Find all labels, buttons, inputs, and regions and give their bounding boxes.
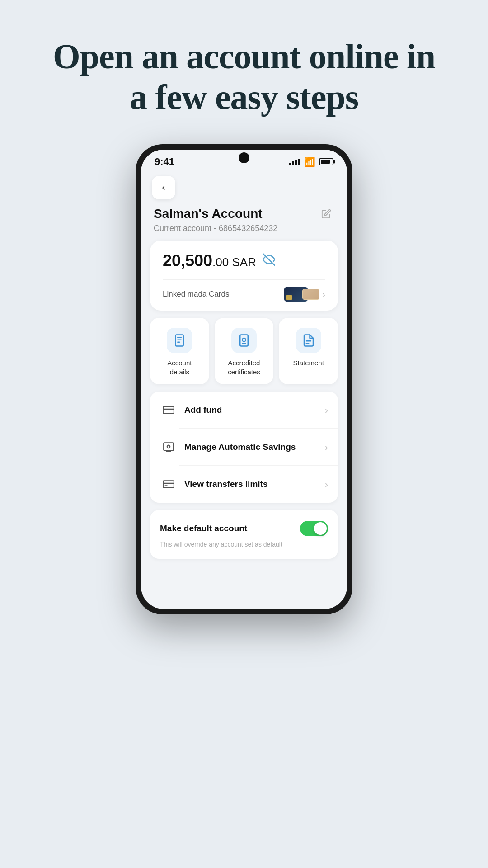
statement-icon-bg xyxy=(296,328,321,353)
phone-screen: 9:41 📶 ‹ xyxy=(141,150,347,609)
manage-savings-icon xyxy=(160,439,177,456)
view-limits-icon xyxy=(160,476,177,493)
manage-savings-chevron-icon: › xyxy=(325,442,328,453)
quick-actions: Account details Accredited certificates xyxy=(150,318,338,384)
default-account-toggle[interactable] xyxy=(300,521,328,536)
statement-icon xyxy=(302,334,315,347)
account-subtitle: Current account - 6865432654232 xyxy=(154,224,334,233)
hide-balance-button[interactable] xyxy=(263,253,275,269)
camera-notch xyxy=(239,152,249,163)
menu-item-view-limits-label: View transfers limits xyxy=(184,479,325,489)
svg-point-6 xyxy=(242,338,246,342)
svg-rect-16 xyxy=(163,481,174,488)
action-account-details[interactable]: Account details xyxy=(150,318,209,384)
edit-icon xyxy=(321,209,331,219)
linked-cards-chevron-icon: › xyxy=(322,289,325,300)
default-account-card: Make default account This will override … xyxy=(150,510,338,559)
wifi-icon: 📶 xyxy=(304,156,315,167)
accredited-certs-icon xyxy=(237,334,251,347)
phone-shell: 9:41 📶 ‹ xyxy=(136,144,352,614)
svg-point-15 xyxy=(167,445,170,448)
back-button[interactable]: ‹ xyxy=(152,176,175,199)
account-title-row: Salman's Account xyxy=(154,206,334,222)
card-thumbnails: › xyxy=(284,287,325,302)
account-details-icon-bg xyxy=(167,328,192,353)
menu-list: Add fund › Manage Automatic Savings › xyxy=(150,392,338,503)
accredited-certs-icon-bg xyxy=(231,328,257,353)
default-account-label: Make default account xyxy=(160,524,247,533)
account-name: Salman's Account xyxy=(154,207,263,221)
menu-item-add-fund[interactable]: Add fund › xyxy=(150,392,338,429)
menu-item-manage-savings-label: Manage Automatic Savings xyxy=(184,442,325,452)
menu-item-add-fund-label: Add fund xyxy=(184,405,325,415)
default-account-hint: This will override any account set as de… xyxy=(160,541,328,548)
signal-icon xyxy=(289,159,300,165)
view-limits-chevron-icon: › xyxy=(325,479,328,490)
action-account-details-label: Account details xyxy=(157,359,202,376)
menu-item-manage-savings[interactable]: Manage Automatic Savings › xyxy=(150,429,338,466)
svg-rect-5 xyxy=(240,335,248,346)
back-chevron-icon: ‹ xyxy=(162,183,165,193)
svg-rect-10 xyxy=(163,407,174,414)
linked-cards-label: Linked mada Cards xyxy=(163,290,229,299)
action-accredited-certificates[interactable]: Accredited certificates xyxy=(215,318,274,384)
battery-icon xyxy=(319,158,333,165)
action-accredited-certs-label: Accredited certificates xyxy=(222,359,267,376)
add-fund-chevron-icon: › xyxy=(325,405,328,415)
linked-cards-row[interactable]: Linked mada Cards › xyxy=(163,287,325,302)
balance-amount: 20,500.00 SAR xyxy=(163,251,256,270)
menu-item-view-limits[interactable]: View transfers limits › xyxy=(150,466,338,503)
edit-account-button[interactable] xyxy=(318,206,334,222)
action-statement-label: Statement xyxy=(293,359,324,368)
toggle-thumb xyxy=(314,522,327,535)
action-statement[interactable]: Statement xyxy=(279,318,338,384)
account-details-icon xyxy=(173,334,186,347)
balance-card: 20,500.00 SAR Linked mada Cards xyxy=(150,241,338,311)
status-time: 9:41 xyxy=(155,156,174,168)
page-headline: Open an account online in a few easy ste… xyxy=(0,0,488,144)
default-account-row: Make default account xyxy=(160,521,328,536)
account-header: Salman's Account Current account - 68654… xyxy=(141,203,347,241)
top-bar: ‹ xyxy=(141,171,347,203)
balance-row: 20,500.00 SAR xyxy=(163,251,325,270)
status-icons: 📶 xyxy=(289,156,333,167)
scroll-content: ‹ Salman's Account Current account xyxy=(141,171,347,609)
svg-rect-12 xyxy=(164,443,174,451)
mada-card-secondary xyxy=(302,289,319,300)
add-fund-icon xyxy=(160,401,177,419)
card-divider xyxy=(163,279,325,280)
